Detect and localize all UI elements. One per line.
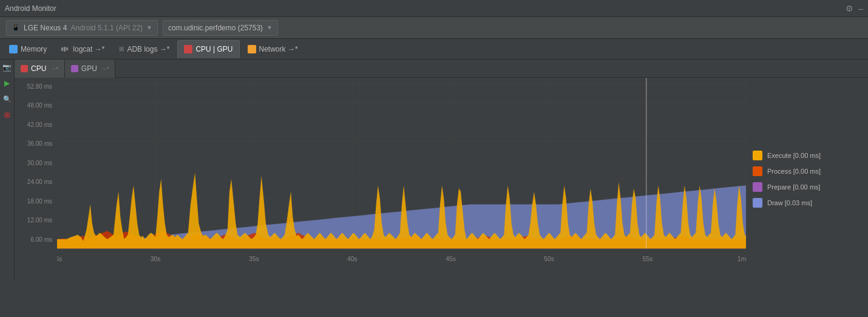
- legend-prepare: Prepare [0.00 ms]: [753, 182, 862, 192]
- tab-network-label: Network →*: [259, 45, 298, 53]
- y-label-6: 18.00 ms: [15, 199, 52, 205]
- cpu-pin-icon: →*: [50, 66, 58, 72]
- panel-area: CPU →* GPU →* 52.80 ms 48.00 ms 42.00 ms…: [15, 60, 868, 280]
- tab-adb-label: ADB logs →*: [127, 45, 169, 53]
- y-label-8: 6.00 ms: [15, 237, 52, 243]
- sidebar-play-icon[interactable]: ▶: [2, 78, 13, 89]
- y-axis: 52.80 ms 48.00 ms 42.00 ms 36.00 ms 30.0…: [15, 78, 57, 280]
- sidebar-camera-icon[interactable]: 📷: [2, 62, 13, 73]
- y-label-5: 24.00 ms: [15, 179, 52, 185]
- memory-icon: [9, 45, 18, 53]
- svg-text:35s: 35s: [249, 256, 259, 262]
- device-bar: 📱 LGE Nexus 4 Android 5.1.1 (API 22) ▼ c…: [0, 17, 868, 39]
- device-label: LGE Nexus 4: [24, 24, 67, 32]
- app-label: com.udinic.perfdemo (25753): [168, 24, 263, 32]
- network-icon: [248, 45, 256, 53]
- chart-svg: 25s 30s 35s 40s 45s 50s 55s 1m 0s: [57, 78, 747, 280]
- settings-icon[interactable]: ⚙: [846, 4, 853, 13]
- tabs-bar: Memory logcat →* ⊞ ADB logs →* CPU | GPU…: [0, 39, 868, 60]
- sub-tab-cpu-label: CPU: [31, 64, 46, 73]
- svg-text:25s: 25s: [57, 256, 62, 262]
- process-label: Process [0.00 ms]: [767, 168, 821, 175]
- title-bar: Android Monitor ⚙ –: [0, 0, 868, 17]
- title-bar-title: Android Monitor: [5, 4, 56, 13]
- chart-legend: Execute [0.00 ms] Process [0.00 ms] Prep…: [747, 78, 868, 280]
- legend-draw: Draw [0.03 ms]: [753, 198, 862, 208]
- svg-text:30s: 30s: [151, 256, 161, 262]
- device-selector[interactable]: 📱 LGE Nexus 4 Android 5.1.1 (API 22) ▼: [6, 20, 158, 36]
- sub-tab-cpu[interactable]: CPU →*: [15, 60, 65, 78]
- y-label-3: 36.00 ms: [15, 141, 52, 147]
- app-chevron-icon: ▼: [266, 24, 273, 31]
- sidebar-error-icon[interactable]: ⊗: [2, 109, 13, 120]
- svg-text:40s: 40s: [347, 256, 358, 262]
- execute-label: Execute [0.00 ms]: [767, 152, 821, 159]
- logcat-icon: [61, 47, 70, 52]
- minimize-icon[interactable]: –: [858, 4, 863, 13]
- tab-adb[interactable]: ⊞ ADB logs →*: [112, 40, 176, 58]
- left-sidebar: 📷 ▶ 🔍 ⊗: [0, 60, 15, 280]
- y-label-4: 30.00 ms: [15, 160, 52, 166]
- execute-color: [753, 151, 762, 160]
- app-selector[interactable]: com.udinic.perfdemo (25753) ▼: [163, 20, 278, 36]
- y-label-spacer: [15, 256, 52, 268]
- tab-logcat[interactable]: logcat →*: [55, 40, 111, 58]
- draw-color: [753, 198, 762, 208]
- prepare-color: [753, 182, 762, 192]
- svg-text:50s: 50s: [544, 256, 554, 262]
- svg-text:55s: 55s: [643, 256, 653, 262]
- tab-memory-label: Memory: [21, 45, 47, 53]
- cpugpu-icon: [184, 45, 192, 53]
- title-bar-right: ⚙ –: [846, 4, 863, 13]
- svg-text:1m 0s: 1m 0s: [737, 256, 747, 262]
- phone-icon: 📱: [12, 24, 20, 32]
- process-color: [753, 166, 762, 176]
- title-bar-left: Android Monitor: [5, 4, 56, 13]
- tab-cpugpu-label: CPU | GPU: [195, 45, 232, 53]
- y-label-2: 42.00 ms: [15, 122, 52, 128]
- device-info: Android 5.1.1 (API 22): [70, 24, 143, 32]
- gpu-tab-icon: [71, 65, 78, 72]
- legend-execute: Execute [0.00 ms]: [753, 151, 862, 160]
- y-label-1: 48.00 ms: [15, 103, 52, 109]
- sub-tabs-bar: CPU →* GPU →*: [15, 60, 868, 78]
- content-area: 📷 ▶ 🔍 ⊗ CPU →* GPU →* 52.80 ms 48.00 ms: [0, 60, 868, 280]
- tab-network[interactable]: Network →*: [241, 40, 305, 58]
- cpu-tab-icon: [21, 65, 28, 72]
- y-label-7: 12.00 ms: [15, 217, 52, 223]
- adb-icon: ⊞: [119, 46, 124, 52]
- legend-process: Process [0.00 ms]: [753, 166, 862, 176]
- sub-tab-gpu-label: GPU: [81, 64, 97, 73]
- tab-memory[interactable]: Memory: [2, 40, 53, 58]
- device-chevron-icon: ▼: [146, 24, 152, 31]
- tab-logcat-label: logcat →*: [73, 45, 104, 53]
- tab-cpugpu[interactable]: CPU | GPU: [177, 40, 239, 58]
- y-label-0: 52.80 ms: [15, 84, 52, 90]
- chart-inner: 25s 30s 35s 40s 45s 50s 55s 1m 0s: [57, 78, 747, 280]
- draw-label: Draw [0.03 ms]: [767, 199, 812, 206]
- prepare-label: Prepare [0.00 ms]: [767, 183, 820, 191]
- sidebar-search-icon[interactable]: 🔍: [2, 94, 13, 104]
- sub-tab-gpu[interactable]: GPU →*: [65, 60, 116, 78]
- gpu-pin-icon: →*: [101, 66, 109, 72]
- svg-text:45s: 45s: [446, 256, 456, 262]
- chart-container: 52.80 ms 48.00 ms 42.00 ms 36.00 ms 30.0…: [15, 78, 868, 280]
